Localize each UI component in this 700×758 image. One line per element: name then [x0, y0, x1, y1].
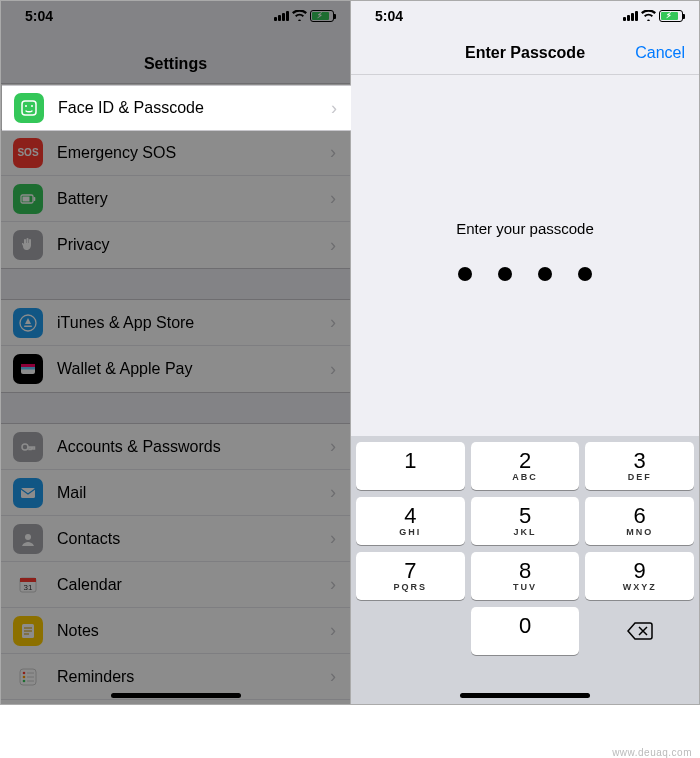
chevron-right-icon: ›: [330, 574, 336, 595]
keypad-delete[interactable]: [585, 607, 694, 655]
keypad-key-0[interactable]: 0: [471, 607, 580, 655]
nav-title: Enter Passcode: [465, 44, 585, 62]
svg-rect-12: [21, 488, 35, 498]
chevron-right-icon: ›: [330, 142, 336, 163]
numeric-keypad: 1 2ABC3DEF4GHI5JKL6MNO7PQRS8TUV9WXYZ0: [351, 436, 699, 704]
key-letters: ABC: [512, 472, 538, 482]
svg-point-13: [25, 534, 31, 540]
chevron-right-icon: ›: [331, 98, 337, 119]
status-indicators: ⚡︎: [623, 9, 683, 24]
passcode-dots: [351, 267, 699, 281]
settings-row-phone[interactable]: Phone›: [1, 700, 350, 704]
chevron-right-icon: ›: [330, 436, 336, 457]
nav-bar: Enter Passcode Cancel: [351, 31, 699, 75]
itunes-icon: [13, 308, 43, 338]
home-indicator[interactable]: [460, 693, 590, 698]
svg-text:31: 31: [24, 583, 33, 592]
wifi-icon: [292, 9, 307, 24]
wallet-icon: [13, 354, 43, 384]
svg-rect-4: [34, 197, 36, 201]
svg-rect-22: [22, 101, 36, 115]
row-label: Mail: [43, 484, 330, 502]
keypad-key-6[interactable]: 6MNO: [585, 497, 694, 545]
battery-icon: [13, 184, 43, 214]
privacy-icon: [13, 230, 43, 260]
row-label: Calendar: [43, 576, 330, 594]
row-label: Privacy: [43, 236, 330, 254]
key-number: 5: [519, 505, 531, 527]
watermark: www.deuaq.com: [612, 747, 692, 758]
chevron-right-icon: ›: [330, 312, 336, 333]
keypad-key-1[interactable]: 1: [356, 442, 465, 490]
chevron-right-icon: ›: [330, 359, 336, 380]
settings-row-faceid[interactable]: Face ID & Passcode›: [2, 85, 351, 131]
key-letters: MNO: [626, 527, 653, 537]
calendar-icon: 31: [13, 570, 43, 600]
status-bar: 5:04 ⚡︎: [1, 1, 350, 31]
notes-icon: [13, 616, 43, 646]
home-indicator[interactable]: [111, 693, 241, 698]
page-title: Settings: [1, 31, 350, 83]
cancel-button[interactable]: Cancel: [635, 44, 685, 62]
key-letters: GHI: [399, 527, 421, 537]
row-label: Accounts & Passwords: [43, 438, 330, 456]
passcode-dot: [538, 267, 552, 281]
status-time: 5:04: [375, 8, 403, 24]
row-label: Emergency SOS: [43, 144, 330, 162]
settings-row-calendar[interactable]: 31Calendar›: [1, 562, 350, 608]
svg-rect-10: [21, 367, 35, 370]
faceid-icon: [14, 93, 44, 123]
key-number: 3: [634, 450, 646, 472]
settings-row-notes[interactable]: Notes›: [1, 608, 350, 654]
passcode-prompt: Enter your passcode: [351, 220, 699, 237]
key-number: 2: [519, 450, 531, 472]
status-indicators: ⚡︎: [274, 9, 334, 24]
chevron-right-icon: ›: [330, 188, 336, 209]
key-number: 0: [519, 615, 531, 637]
accounts-icon: [13, 432, 43, 462]
row-label: Notes: [43, 622, 330, 640]
keypad-key-8[interactable]: 8TUV: [471, 552, 580, 600]
passcode-dot: [498, 267, 512, 281]
backspace-icon: [626, 621, 654, 641]
svg-point-24: [31, 105, 33, 107]
keypad-key-4[interactable]: 4GHI: [356, 497, 465, 545]
settings-row-privacy[interactable]: Privacy›: [1, 222, 350, 268]
key-letters: PQRS: [394, 582, 428, 592]
contacts-icon: [13, 524, 43, 554]
settings-row-itunes[interactable]: iTunes & App Store›: [1, 300, 350, 346]
chevron-right-icon: ›: [330, 620, 336, 641]
settings-row-accounts[interactable]: Accounts & Passwords›: [1, 424, 350, 470]
keypad-key-3[interactable]: 3DEF: [585, 442, 694, 490]
settings-row-wallet[interactable]: Wallet & Apple Pay›: [1, 346, 350, 392]
wifi-icon: [641, 9, 656, 24]
key-letters: DEF: [628, 472, 652, 482]
key-letters: WXYZ: [623, 582, 657, 592]
cellular-icon: [623, 11, 638, 21]
sos-icon: SOS: [13, 138, 43, 168]
passcode-screen: 5:04 ⚡︎ Enter Passcode Cancel Enter your…: [350, 1, 699, 704]
key-letters: TUV: [513, 582, 537, 592]
key-number: 6: [634, 505, 646, 527]
row-label: Face ID & Passcode: [44, 99, 331, 117]
keypad-key-5[interactable]: 5JKL: [471, 497, 580, 545]
svg-rect-5: [23, 196, 30, 201]
key-number: 9: [634, 560, 646, 582]
svg-point-19: [23, 671, 26, 674]
svg-rect-15: [20, 578, 36, 582]
settings-row-contacts[interactable]: Contacts›: [1, 516, 350, 562]
settings-row-sos[interactable]: SOSEmergency SOS›: [1, 130, 350, 176]
mail-icon: [13, 478, 43, 508]
keypad-key-9[interactable]: 9WXYZ: [585, 552, 694, 600]
keypad-blank: [356, 607, 465, 655]
key-number: 7: [404, 560, 416, 582]
keypad-key-2[interactable]: 2ABC: [471, 442, 580, 490]
keypad-key-7[interactable]: 7PQRS: [356, 552, 465, 600]
chevron-right-icon: ›: [330, 235, 336, 256]
reminders-icon: [13, 662, 43, 692]
settings-row-mail[interactable]: Mail›: [1, 470, 350, 516]
svg-point-21: [23, 679, 26, 682]
battery-icon: ⚡︎: [659, 10, 683, 22]
settings-row-battery[interactable]: Battery›: [1, 176, 350, 222]
key-number: 8: [519, 560, 531, 582]
